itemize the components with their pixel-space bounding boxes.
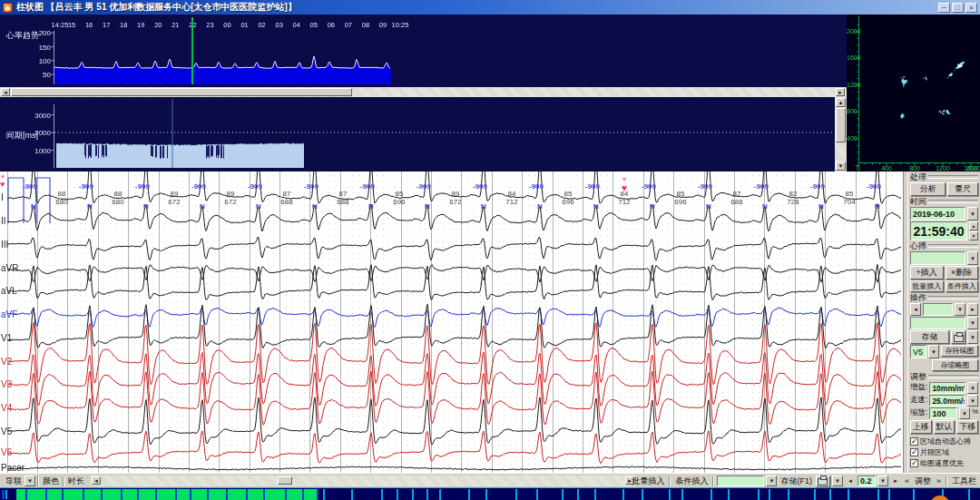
- default-button[interactable]: 默认: [934, 420, 956, 434]
- print-toolbar-dropdown-icon[interactable]: ▼: [832, 475, 843, 486]
- scroll-right-icon[interactable]: ►: [836, 88, 845, 96]
- condition-select[interactable]: [717, 475, 764, 486]
- group-process: 处理: [910, 172, 978, 181]
- checkbox-auto-select-beats[interactable]: [910, 437, 918, 446]
- save-continuous-button[interactable]: 存持续图: [941, 345, 978, 357]
- gain-label: 增益:: [910, 382, 927, 394]
- checkbox-label: 片段区域: [920, 447, 949, 457]
- op-dropdown-icon[interactable]: ▼: [955, 303, 965, 316]
- close-button[interactable]: ×: [965, 3, 977, 13]
- rr-interval-chart[interactable]: [0, 97, 835, 172]
- time-spinner[interactable]: 21:59:40: [910, 221, 967, 240]
- page-scale-select[interactable]: 0.2: [858, 475, 876, 486]
- operation-select[interactable]: [923, 303, 953, 316]
- zoom-dropdown-icon[interactable]: ▼: [959, 407, 970, 419]
- holter-analysis-window: 柱状图 【吕云丰 男 51 优加利数据服务中心[太仓市中医医院监护站]】 ─ □…: [0, 0, 980, 500]
- time-down-icon[interactable]: ▼: [969, 231, 978, 240]
- hscrollbar-thumb[interactable]: [11, 88, 352, 96]
- page-scale-dropdown-icon[interactable]: ▼: [877, 475, 888, 486]
- gain-select[interactable]: 10mm/mV: [929, 382, 965, 394]
- checkbox-label: 区域自动选心搏: [920, 436, 971, 446]
- printer-icon: [818, 478, 828, 485]
- lead-select[interactable]: V5: [910, 345, 926, 358]
- scroll-down-icon[interactable]: ▼: [836, 162, 846, 171]
- condition-dropdown-icon[interactable]: ▼: [766, 475, 777, 486]
- batch-insert-menu[interactable]: 批量插入: [630, 475, 666, 487]
- time-up-icon[interactable]: ▲: [969, 221, 978, 230]
- interval-label: 间期[ms]: [6, 130, 38, 142]
- speed-select[interactable]: 25.0mm/s: [929, 395, 965, 407]
- delete-beat-button[interactable]: ×删除: [946, 266, 979, 279]
- group-operate: 操作: [910, 293, 978, 302]
- insert-beat-button[interactable]: +插入: [910, 266, 944, 279]
- ecg-scroll-left-icon[interactable]: ◄: [92, 476, 101, 485]
- zoom-percent-label: %: [972, 407, 978, 419]
- lead-dropdown-icon[interactable]: ▼: [928, 345, 939, 358]
- save-f1-button[interactable]: 存储(F1): [779, 475, 814, 487]
- group-time: 时间: [910, 197, 978, 206]
- group-beat: 心搏: [910, 241, 978, 250]
- checkbox-label: 绘图速度优先: [920, 458, 964, 468]
- template-select[interactable]: [910, 317, 965, 329]
- trend-hscrollbar[interactable]: ◄ ►: [0, 87, 847, 97]
- ecg-hscrollbar[interactable]: ◄ ►: [91, 475, 635, 486]
- date-select[interactable]: 2019-06-10: [910, 207, 965, 221]
- minimize-button[interactable]: ─: [938, 3, 950, 13]
- batch-insert-button[interactable]: 批量插入: [910, 280, 944, 292]
- ecg-hscrollbar-thumb[interactable]: [278, 476, 292, 485]
- date-dropdown-icon[interactable]: ▼: [967, 207, 978, 221]
- zoom-label: 缩放:: [910, 407, 927, 419]
- control-sidebar: 处理 分析 量尺 时间 2019-06-10 ▼ 21:59:40 ▲ ▼ 心搏…: [907, 172, 980, 473]
- checkbox-draw-speed-priority[interactable]: [910, 459, 918, 467]
- bottom-toolbar: 导联 ▼ 颜色 时长 ◄ ► 批量插入 条件插入 ▼ 存储(F1) ▼ ◄ 0.…: [0, 473, 980, 487]
- vscrollbar-thumb[interactable]: [836, 108, 846, 142]
- beat-class-dropdown-icon[interactable]: ▼: [967, 251, 978, 265]
- gain-dropdown-icon[interactable]: ▼: [967, 382, 978, 394]
- adjust-panel-toggle[interactable]: 调整: [913, 475, 933, 487]
- group-adjust: 调整: [910, 372, 978, 381]
- checkbox-segment-region[interactable]: [910, 448, 918, 456]
- collapse-right-icon[interactable]: »: [935, 476, 943, 485]
- lead-menu-dropdown-icon[interactable]: ▼: [24, 475, 35, 486]
- window-title: 柱状图 【吕云丰 男 51 优加利数据服务中心[太仓市中医医院监护站]】: [16, 1, 297, 14]
- color-menu[interactable]: 颜色: [41, 475, 61, 487]
- title-bar: 柱状图 【吕云丰 男 51 优加利数据服务中心[太仓市中医医院监护站]】 ─ □…: [0, 0, 980, 15]
- duration-menu[interactable]: 时长: [66, 475, 86, 487]
- interval-vscrollbar[interactable]: ▲ ▼: [835, 97, 847, 172]
- timeline-overview[interactable]: [0, 487, 980, 500]
- app-icon: [3, 3, 13, 13]
- rr-scatter-plot[interactable]: [847, 15, 980, 172]
- save-button[interactable]: 存储: [910, 330, 949, 344]
- print-dropdown-icon[interactable]: ▼: [967, 330, 978, 344]
- ecg-strip-chart[interactable]: [0, 172, 903, 473]
- beat-class-select[interactable]: [910, 251, 965, 265]
- zoom-select[interactable]: 100: [929, 407, 957, 419]
- scroll-left-icon[interactable]: ◄: [1, 88, 10, 96]
- maximize-button[interactable]: □: [952, 3, 964, 13]
- collapse-left-icon[interactable]: «: [903, 476, 911, 485]
- toolbar-toggle[interactable]: 工具栏: [950, 475, 978, 487]
- template-dropdown-icon[interactable]: ▼: [967, 317, 978, 329]
- lead-menu[interactable]: 导联: [4, 475, 24, 487]
- scroll-up-icon[interactable]: ▲: [836, 98, 846, 107]
- heart-rate-trend-chart[interactable]: [0, 15, 847, 87]
- conditional-insert-button[interactable]: 条件插入: [946, 280, 979, 292]
- speed-dropdown-icon[interactable]: ▼: [967, 395, 978, 407]
- hr-trend-label: 心率趋势: [6, 30, 39, 42]
- move-down-button[interactable]: 下移: [956, 420, 978, 434]
- page-next-icon[interactable]: ►: [890, 475, 901, 486]
- speed-label: 走速:: [910, 395, 927, 407]
- page-prev-icon[interactable]: ◄: [845, 475, 856, 486]
- op-next-icon[interactable]: ►: [967, 303, 978, 316]
- move-up-button[interactable]: 上移: [910, 420, 932, 434]
- analyze-button[interactable]: 分析: [910, 182, 946, 196]
- op-prev-icon[interactable]: ◄: [910, 303, 921, 316]
- print-button[interactable]: [951, 330, 965, 344]
- ruler-button[interactable]: 量尺: [947, 182, 978, 196]
- save-thumbnail-button[interactable]: 存缩略图: [932, 359, 978, 371]
- conditional-insert-menu[interactable]: 条件插入: [673, 475, 710, 487]
- printer-icon: [954, 335, 964, 342]
- print-toolbar-button[interactable]: [816, 475, 830, 487]
